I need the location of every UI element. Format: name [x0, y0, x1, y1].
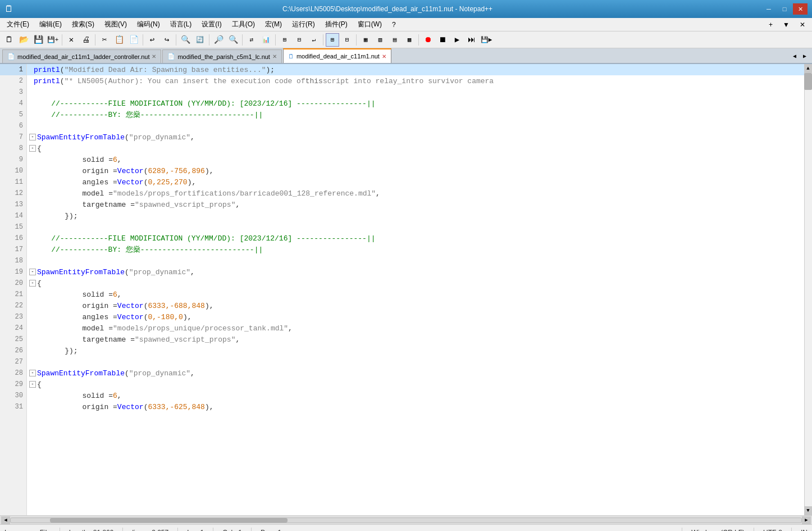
toolbar: 🗒 📂 💾 💾+ ✕ 🖨 ✂ 📋 📄 ↩ ↪ 🔍 🔄 🔎 🔍 ⇄ 📊 ⊞ ⊟ ↵… [0, 31, 812, 48]
tb-doc-map[interactable]: 📊 [259, 33, 273, 47]
code-line-28: - SpawnEntityFromTable("prop_dynamic", [27, 367, 812, 379]
horizontal-scrollbar[interactable]: ◀ ▶ [0, 515, 812, 524]
tb-extra2[interactable]: ▧ [373, 33, 387, 47]
menu-help[interactable]: ? [387, 20, 400, 30]
code-line-18 [27, 255, 812, 266]
tb-find[interactable]: 🔍 [179, 33, 192, 47]
line-num-2: 2 [0, 75, 26, 87]
tb-macro-save[interactable]: 💾▶ [480, 33, 493, 47]
tb-copy[interactable]: 📋 [112, 33, 126, 47]
tb-print[interactable]: 🖨 [79, 33, 93, 47]
code-line-14: }); [27, 210, 812, 221]
line-num-30: 30 [0, 390, 26, 401]
menu-file[interactable]: 文件(E) [2, 19, 34, 30]
tb-undo[interactable]: ↩ [145, 33, 159, 47]
tb-word-wrap[interactable]: ↵ [307, 33, 321, 47]
line-num-13: 13 [0, 199, 26, 210]
line-num-12: 12 [0, 188, 26, 199]
tb-extra3[interactable]: ▤ [388, 33, 402, 47]
tb-new[interactable]: 🗒 [2, 33, 16, 47]
code-editor[interactable]: printl("Modified Dead Air: Spawning base… [27, 64, 812, 515]
code-line-30: solid = 6, [27, 390, 812, 401]
menu-search[interactable]: 搜索(S) [67, 19, 99, 30]
code-line-29: - { [27, 379, 812, 390]
fold-marker-7[interactable]: - [29, 134, 36, 140]
minimize-button[interactable]: ─ [761, 3, 776, 15]
status-sep-3 [177, 528, 178, 532]
tb-close[interactable]: ✕ [65, 33, 78, 47]
tb-play[interactable]: ▶ [450, 33, 464, 47]
tb-save[interactable]: 💾 [31, 33, 45, 47]
close-button[interactable]: ✕ [793, 3, 808, 15]
tb-outdent[interactable]: ⊟ [293, 33, 306, 47]
code-line-27 [27, 356, 812, 367]
tab-close-2[interactable]: ✕ [272, 53, 277, 60]
menu-macro[interactable]: 宏(M) [261, 19, 286, 30]
tab-ladder-controller[interactable]: 📄 modified_dead_air_c11m1_ladder_control… [2, 49, 161, 63]
tb-extra4[interactable]: ▩ [403, 33, 416, 47]
tab-close-3[interactable]: ✕ [382, 53, 386, 60]
menu-add[interactable]: + [764, 20, 777, 30]
tb-paste[interactable]: 📄 [127, 33, 140, 47]
scroll-thumb-v[interactable] [804, 73, 812, 90]
tab-parish[interactable]: 📄 modified_the_parish_c5m1_lc.nut ✕ [162, 49, 282, 63]
line-num-28: 28 [0, 367, 26, 379]
h-scroll-thumb[interactable] [50, 518, 287, 523]
tb-open[interactable]: 📂 [17, 33, 30, 47]
menu-tools[interactable]: 工具(O) [227, 19, 259, 30]
vertical-scrollbar[interactable]: ▲ ▼ [804, 64, 812, 515]
tb-run-macro[interactable]: ⏭ [465, 33, 478, 47]
tb-indent[interactable]: ⊞ [278, 33, 291, 47]
tb-cut[interactable]: ✂ [98, 33, 111, 47]
scroll-left-btn[interactable]: ◀ [1, 516, 10, 524]
fold-marker-20[interactable]: - [29, 280, 36, 287]
menu-edit[interactable]: 编辑(E) [35, 19, 66, 30]
status-right-section: Windows (CR LF) UTF-8 IN [682, 528, 808, 532]
tb-view2[interactable]: ⊟ [340, 33, 354, 47]
code-line-23: angles = Vector(0,-180,0), [27, 311, 812, 323]
scroll-down-btn[interactable]: ▼ [804, 506, 812, 515]
menu-encoding[interactable]: 编码(N) [133, 19, 165, 30]
maximize-button[interactable]: □ [777, 3, 792, 15]
fold-marker-19[interactable]: - [29, 269, 36, 275]
code-line-20: - { [27, 278, 812, 289]
scroll-up-btn[interactable]: ▲ [804, 64, 812, 73]
code-line-25: targetname = "spawned_vscript_props", [27, 334, 812, 345]
tb-record[interactable]: ⏺ [421, 33, 435, 47]
line-num-14: 14 [0, 210, 26, 221]
tb-extra1[interactable]: ▦ [359, 33, 372, 47]
menu-settings[interactable]: 设置(I) [197, 19, 226, 30]
tb-view1[interactable]: ⊞ [326, 33, 339, 47]
scroll-right-btn[interactable]: ▶ [802, 516, 811, 524]
tb-zoom-in[interactable]: 🔎 [212, 33, 225, 47]
status-encoding: UTF-8 [763, 529, 782, 532]
tb-replace[interactable]: 🔄 [193, 33, 207, 47]
tb-separator-9 [356, 34, 357, 46]
fold-marker-29[interactable]: - [29, 381, 36, 388]
tab-dead-air[interactable]: 🗒 modified_dead_air_c11m1.nut ✕ [283, 48, 391, 63]
menu-dropdown[interactable]: ▼ [778, 20, 794, 30]
menu-language[interactable]: 语言(L) [166, 19, 197, 30]
tab-close-1[interactable]: ✕ [152, 53, 156, 60]
code-line-17: //-----------BY: 您燊---------------------… [27, 244, 812, 255]
tb-separator-10 [418, 34, 419, 46]
status-sep-6 [682, 528, 682, 532]
menu-run[interactable]: 运行(R) [288, 19, 320, 30]
tab-nav-prev[interactable]: ◀ [790, 49, 800, 63]
fold-marker-28[interactable]: - [29, 370, 36, 376]
title-bar: 🗒 C:\Users\LN5005\Desktop\modified_dead_… [0, 0, 812, 18]
menu-view[interactable]: 视图(V) [100, 19, 131, 30]
status-pos: Pos : 1 [261, 529, 281, 532]
tb-redo[interactable]: ↪ [160, 33, 174, 47]
menu-plugins[interactable]: 插件(P) [321, 19, 352, 30]
menu-close-all[interactable]: ✕ [795, 20, 810, 30]
tb-save-all[interactable]: 💾+ [46, 33, 60, 47]
fold-marker-8[interactable]: - [29, 145, 36, 152]
tb-sync[interactable]: ⇄ [245, 33, 258, 47]
editor-area: 1 2 3 4 5 6 7 8 9 10 11 12 13 14 15 16 1… [0, 64, 812, 515]
menu-window[interactable]: 窗口(W) [353, 19, 386, 30]
status-sep-1 [60, 528, 60, 532]
tb-zoom-out[interactable]: 🔍 [226, 33, 240, 47]
tb-stop[interactable]: ⏹ [436, 33, 449, 47]
tab-nav-next[interactable]: ▶ [800, 49, 810, 63]
